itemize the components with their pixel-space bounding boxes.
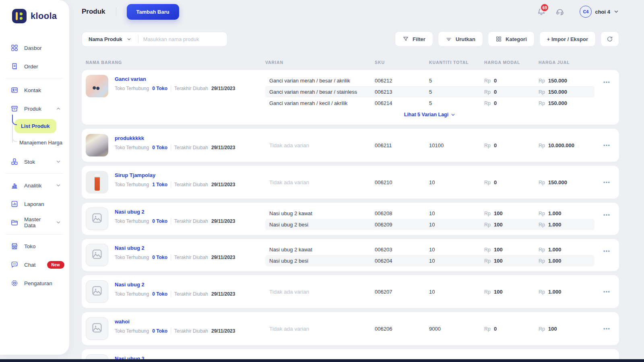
sidebar-item-label: Produk [24, 106, 41, 112]
product-image-placeholder [86, 244, 108, 266]
sell-price: Rp150.000 [539, 78, 594, 84]
variant-sku: 006212 [375, 78, 429, 84]
column-header-kuantiti: KUANTITI TOTAL [429, 60, 484, 65]
sidebar-item-pengaturan[interactable]: Pengaturan [0, 274, 69, 292]
no-variant-text: Tidak ada varian [265, 326, 375, 332]
analytics-icon [10, 181, 19, 189]
topbar-right: 69 C4 choi 4 [537, 6, 619, 18]
row-menu-button[interactable]: ⋯ [603, 179, 611, 186]
category-button[interactable]: Kategori [488, 31, 535, 47]
connected-store-value: 0 Toko [152, 86, 167, 91]
sell-price: Rp1.000 [539, 247, 594, 253]
product-image-placeholder [86, 208, 108, 230]
sidebar-item-analitik[interactable]: Analitik [0, 176, 69, 195]
sidebar-subitem-label: Manajemen Harga [14, 140, 62, 146]
import-export-button[interactable]: + Impor / Ekspor [539, 31, 596, 47]
variant-name: Ganci varian merah / besar / stainless [265, 89, 375, 95]
cost-price: Rp100 [484, 222, 539, 228]
image-placeholder-icon [91, 249, 103, 261]
sidebar-item-toko[interactable]: Toko [0, 237, 69, 255]
sidebar-item-list-produk[interactable]: List Produk [14, 118, 69, 134]
product-name-link[interactable]: wahoi [115, 319, 235, 325]
filter-button[interactable]: Filter [395, 31, 433, 47]
last-modified-value: 29/11/2023 [211, 328, 235, 334]
product-name-cell: wahoi Toko Terhubung 0 Toko Terakhir Diu… [82, 317, 265, 340]
connected-store-value: 0 Toko [152, 145, 167, 150]
last-modified-value: 29/11/2023 [211, 86, 235, 91]
variant-qty: 10 [429, 210, 484, 216]
divider [171, 328, 171, 334]
sidebar-menu: DasborOrderKontakProdukList ProdukManaje… [0, 39, 69, 292]
connected-store-label: Toko Terhubung [115, 86, 149, 91]
row-menu-button[interactable]: ⋯ [603, 288, 611, 295]
connected-store-value: 0 Toko [152, 291, 167, 297]
sidebar-item-kontak[interactable]: Kontak [0, 81, 69, 99]
user-menu[interactable]: C4 choi 4 [580, 6, 619, 18]
product-name-link[interactable]: Nasi ubug 2 [115, 245, 235, 251]
grid-icon [495, 36, 502, 42]
notifications-button[interactable]: 69 [537, 7, 547, 16]
refresh-button[interactable] [601, 31, 619, 47]
row-menu-button[interactable]: ⋯ [603, 142, 611, 149]
add-new-button[interactable]: Tambah Baru [127, 4, 179, 20]
product-row: Sirup Tjampolay Toko Terhubung 1 Toko Te… [82, 166, 619, 199]
search-input[interactable] [143, 36, 222, 42]
tree-connector [12, 132, 17, 142]
row-menu-button[interactable]: ⋯ [603, 325, 611, 332]
product-name-link[interactable]: Nasi ubug 2 [115, 209, 235, 215]
row-menu-button[interactable]: ⋯ [603, 248, 611, 255]
sidebar-item-order[interactable]: Order [0, 57, 69, 76]
bottle-graphic [95, 174, 100, 191]
product-name-link[interactable]: Ganci varian [115, 76, 235, 82]
chevron-down-icon [450, 112, 456, 117]
no-variant-text: Tidak ada varian [265, 179, 375, 185]
sidebar-item-stok[interactable]: Stok [0, 152, 69, 171]
brand-logo: kloola [0, 0, 69, 23]
product-name-link[interactable]: Sirup Tjampolay [115, 172, 235, 178]
product-image-placeholder [86, 280, 108, 303]
sidebar-item-master-data[interactable]: Master Data [0, 213, 69, 232]
cost-price: Rp100 [484, 247, 539, 253]
sidebar-submenu: List ProdukManajemen Harga [0, 118, 69, 150]
support-button[interactable] [555, 7, 565, 16]
product-name-cell: Ganci varian Toko Terhubung 0 Toko Terak… [82, 75, 265, 120]
product-name-link[interactable]: produkkkkk [115, 135, 235, 141]
sidebar-item-produk[interactable]: Produk [0, 99, 69, 118]
last-modified-label: Terakhir Diubah [174, 86, 208, 91]
variant-qty: 10 [429, 247, 484, 253]
sidebar-item-dasbor[interactable]: Dasbor [0, 39, 69, 57]
row-menu-button[interactable]: ⋯ [603, 212, 611, 218]
product-image [86, 134, 108, 156]
sidebar-item-manajemen-harga[interactable]: Manajemen Harga [14, 135, 69, 150]
bottom-edge-bar [0, 359, 644, 362]
sidebar-item-laporan[interactable]: Laporan [0, 195, 69, 213]
sidebar-item-chat[interactable]: ChatNew [0, 255, 69, 274]
product-name-cell: Sirup Tjampolay Toko Terhubung 1 Toko Te… [82, 171, 265, 193]
sell-price: Rp150.000 [539, 179, 594, 185]
product-icon [10, 105, 19, 113]
divider [171, 85, 171, 92]
connected-store-label: Toko Terhubung [115, 255, 149, 260]
row-menu-button[interactable]: ⋯ [603, 79, 611, 86]
variant-name: Ganci varian merah / kecil / akrilik [265, 100, 375, 106]
product-row: produkkkkk Toko Terhubung 0 Toko Terakhi… [82, 129, 619, 162]
product-row: Nasi ubug 2 Toko Terhubung 0 Toko Terakh… [82, 239, 619, 271]
variant-row: Nasi ubug 2 besi 006209 10 Rp100 Rp1.000 [265, 219, 594, 230]
column-header-sku: SKU [375, 60, 429, 65]
product-row: Nasi ubug 2 Toko Terhubung 0 Toko Terakh… [82, 275, 619, 308]
variant-name: Ganci varian merah / besar / akrilik [265, 78, 375, 84]
image-placeholder-icon [91, 285, 103, 298]
sort-lines-icon [446, 36, 452, 42]
sort-button[interactable]: Urutkan [438, 31, 483, 47]
refresh-icon [607, 36, 613, 42]
sidebar-item-label: Toko [24, 243, 36, 249]
product-name-link[interactable]: Nasi ubug 2 [115, 282, 235, 288]
last-modified-value: 29/11/2023 [211, 218, 235, 224]
show-more-variants-link[interactable]: Lihat 5 Varian Lagi [265, 109, 594, 120]
variant-row: Nasi ubug 2 kawat 006208 10 Rp100 Rp1.00… [265, 208, 594, 219]
no-variant-text: Tidak ada varian [265, 142, 375, 148]
variant-sku: 006209 [375, 222, 429, 228]
connected-store-value: 0 Toko [152, 328, 167, 334]
search-field-selector[interactable]: Nama Produk [87, 36, 133, 42]
sidebar-item-label: Chat [24, 262, 36, 268]
